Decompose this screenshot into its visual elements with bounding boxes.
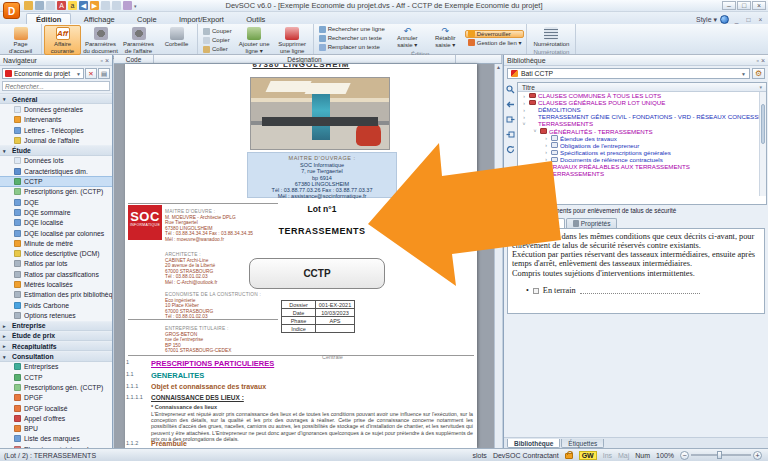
tree-item[interactable]: ˅ TERRASSEMENTS — [518, 170, 766, 177]
column-code[interactable]: Code — [114, 55, 154, 63]
sidebar-item[interactable]: ▸ Récapitulatifs — [0, 341, 112, 351]
zoom-in-icon[interactable]: + — [753, 451, 762, 460]
qat-dropdown-icon[interactable]: ▾ — [134, 3, 137, 9]
document-section-row[interactable]: 1.1 GENERALITES — [125, 371, 477, 380]
tree-item[interactable]: ˅ GÉNÉRALITÉS - TERRASSEMENTS — [518, 127, 766, 134]
close-project-button[interactable]: ✕ — [85, 68, 97, 79]
document-section-row[interactable]: 1.1.1 Objet et connaissance des travaux — [125, 383, 477, 390]
gestion-lien-button[interactable]: Gestion de lien ▾ — [465, 39, 525, 47]
print-icon[interactable] — [35, 1, 44, 10]
column-extra[interactable] — [456, 55, 502, 63]
sidebar-item[interactable]: Données lots — [0, 156, 112, 166]
zoom-slider[interactable]: − + — [680, 451, 762, 460]
rechercher-ligne-button[interactable]: Rechercher une ligne — [316, 25, 388, 33]
pin-icon[interactable]: ▫ — [100, 57, 102, 64]
search-icon[interactable] — [506, 85, 515, 94]
tree-item[interactable]: › Étendue des travaux — [518, 135, 766, 142]
copy-icon[interactable] — [46, 1, 55, 10]
project-options-button[interactable]: ▤ — [98, 68, 110, 79]
nav-forward-icon[interactable]: ▶ — [90, 1, 99, 10]
sidebar-item[interactable]: Métrés localisés — [0, 279, 112, 289]
numerotation-button[interactable]: Numérotation — [529, 25, 573, 49]
close-panel-icon[interactable]: × — [105, 57, 109, 64]
sidebar-item[interactable]: Données générales — [0, 104, 112, 114]
sidebar-item[interactable]: ▸ Entreprise — [0, 321, 112, 331]
sidebar-item[interactable]: CCTP — [0, 372, 112, 382]
tree-item[interactable] — [518, 184, 766, 191]
corbeille-button[interactable]: Corbeille — [158, 25, 195, 55]
library-source-select[interactable]: Bati CCTP ▼ — [507, 68, 750, 79]
app-logo-icon[interactable]: D — [3, 2, 20, 19]
sidebar-item[interactable]: Intervenants — [0, 115, 112, 125]
sidebar-item[interactable]: ▾ Consultation — [0, 351, 112, 361]
document-section-row[interactable]: * Connaissance des lieux — [125, 404, 477, 410]
help-orb-icon[interactable] — [720, 15, 729, 24]
zoom-thumb[interactable] — [717, 451, 722, 459]
sidebar-item[interactable]: Ratios par classifications — [0, 269, 112, 279]
close-button[interactable]: × — [752, 1, 766, 10]
tree-item[interactable] — [518, 177, 766, 184]
doc-minimize-button[interactable]: _ — [732, 16, 741, 23]
ajouter-ligne-button[interactable]: Ajouter une ligne ▾ — [236, 25, 273, 55]
page-accueil-button[interactable]: Page d'accueil — [2, 25, 39, 55]
document-section-row[interactable]: 1.1.1.1 CONNAISSANCE DES LIEUX : — [125, 394, 477, 401]
tab-description[interactable]: Description — [507, 218, 565, 228]
pin-icon[interactable]: ▫ — [756, 57, 758, 64]
couper-button[interactable]: Couper — [200, 27, 235, 35]
zoom-out-icon[interactable]: − — [680, 451, 689, 460]
sidebar-item[interactable]: DQE sommaire — [0, 207, 112, 217]
maximize-button[interactable]: □ — [737, 1, 751, 10]
sidebar-item[interactable]: Prescriptions gén. (CCTP) — [0, 382, 112, 392]
sidebar-item[interactable]: Prescriptions gén. (CCTP) — [0, 187, 112, 197]
sidebar-item[interactable]: Lettres - Télécopies — [0, 125, 112, 135]
rechercher-texte-button[interactable]: Rechercher un texte — [316, 34, 388, 42]
doc-restore-button[interactable]: □ — [744, 16, 753, 23]
tree-item[interactable]: › Obligations de l'entrepreneur — [518, 142, 766, 149]
close-panel-icon[interactable]: × — [761, 57, 765, 64]
sidebar-item[interactable]: BPU — [0, 424, 112, 434]
font-color-icon[interactable]: A — [57, 1, 66, 10]
sidebar-item[interactable]: CCTP — [0, 176, 112, 186]
highlight-icon[interactable]: a — [68, 1, 77, 10]
checkbox-icon[interactable] — [533, 288, 539, 294]
export-icon[interactable] — [506, 115, 515, 124]
tree-item[interactable]: › CLAUSES GÉNÉRALES POUR LOT UNIQUE — [518, 99, 766, 106]
sidebar-item[interactable]: Options retenues — [0, 310, 112, 320]
retablir-saisie-button[interactable]: ↷ Rétablir saisie ▾ — [427, 25, 464, 51]
grid-icon[interactable] — [112, 1, 121, 10]
tree-item[interactable]: › DÉMOLITIONS — [518, 106, 766, 113]
supprimer-ligne-button[interactable]: Supprimer une ligne — [274, 25, 311, 55]
import-icon[interactable] — [506, 130, 515, 139]
sidebar-item[interactable]: Journal de l'affaire — [0, 135, 112, 145]
refresh-icon[interactable] — [506, 145, 515, 154]
sidebar-item[interactable]: Poids Carbone — [0, 300, 112, 310]
sidebar-item[interactable]: DPGF localisé — [0, 403, 112, 413]
sidebar-item[interactable]: DQE — [0, 197, 112, 207]
document-scrollbar[interactable]: ▲ — [494, 64, 502, 448]
window-icon[interactable] — [101, 1, 110, 10]
tree-item[interactable]: › Documents de référence contractuels — [518, 156, 766, 163]
sidebar-item[interactable]: DQE localisé — [0, 218, 112, 228]
column-designation[interactable]: Désignation — [154, 55, 456, 63]
document-page[interactable]: 67380 LINGOLSHEIM MAITRE D'OUVRAGE : SOC… — [125, 64, 477, 448]
tree-item[interactable]: › Spécifications et prescriptions généra… — [518, 149, 766, 156]
sidebar-item[interactable]: ▸ Étude de prix — [0, 331, 112, 341]
tree-item[interactable]: › TERRASSEMENT GÉNIE CIVIL - FONDATIONS … — [518, 113, 766, 120]
description-content[interactable]: Terrassements dans les mêmes conditions … — [507, 228, 765, 314]
sidebar-item[interactable]: Appel d'offres — [0, 413, 112, 423]
minimize-button[interactable]: – — [722, 1, 736, 10]
sidebar-item[interactable]: Ratios par lots — [0, 259, 112, 269]
home-icon[interactable] — [24, 1, 33, 10]
tree-column-header[interactable]: Titre▾ — [518, 83, 766, 92]
sidebar-item[interactable]: Entreprises — [0, 362, 112, 372]
tab-properties[interactable]: Propriétés — [566, 218, 618, 228]
nav-back-icon[interactable]: ◀ — [79, 1, 88, 10]
sidebar-item[interactable]: DQE localisé par colonnes — [0, 228, 112, 238]
document-section-row[interactable]: L'Entrepreneur est réputé avoir pris con… — [125, 411, 477, 442]
annuler-saisie-button[interactable]: ↶ Annuler saisie ▾ — [389, 25, 426, 51]
sidebar-item[interactable]: Notice descriptive (DCM) — [0, 248, 112, 258]
sidebar-item[interactable]: ▾ Étude — [0, 145, 112, 155]
style-dropdown[interactable]: Style ▾ — [696, 16, 717, 24]
sidebar-item[interactable]: ▾ Général — [0, 94, 112, 104]
coller-button[interactable]: Coller — [200, 45, 235, 53]
